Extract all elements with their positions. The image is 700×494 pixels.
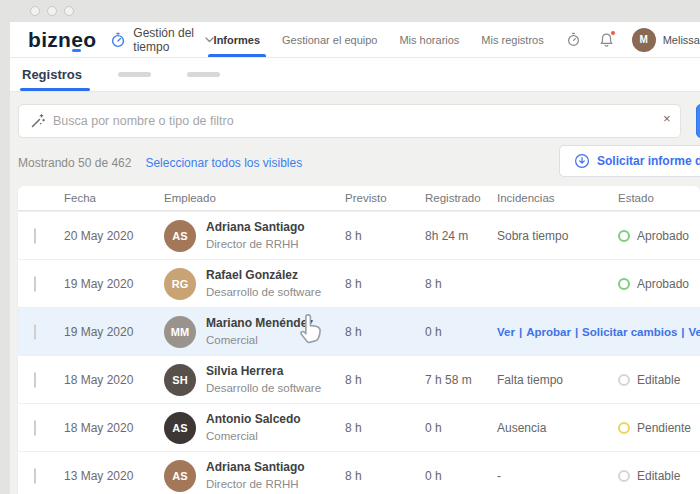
action-ver[interactable]: Ver bbox=[497, 326, 515, 338]
cell-employee: MM Mariano MenéndezComercial bbox=[164, 316, 337, 348]
nav-item-mis-registros[interactable]: Mis registros bbox=[481, 22, 543, 57]
cell-incident: Falta tiempo bbox=[489, 373, 610, 387]
employee-name: Antonio Salcedo bbox=[206, 412, 301, 426]
cell-planned: 8 h bbox=[337, 277, 417, 291]
status-dot-pending bbox=[618, 422, 630, 434]
employee-name: Adriana Santiago bbox=[206, 220, 305, 234]
column-header-empleado[interactable]: Empleado bbox=[164, 192, 337, 204]
action-ver-registros[interactable]: Ver registros bbox=[689, 326, 700, 338]
row-checkbox[interactable] bbox=[34, 324, 36, 340]
action-solicitar-cambios[interactable]: Solicitar cambios bbox=[582, 326, 677, 338]
search-input[interactable] bbox=[18, 104, 681, 138]
nav-item-informes[interactable]: Informes bbox=[214, 22, 260, 57]
select-all-link[interactable]: Seleccionar todos los visibles bbox=[145, 156, 302, 170]
cell-row-actions: Ver|Aprobar|Solicitar cambios|Ver regist… bbox=[489, 326, 700, 338]
cell-date: 13 May 2020 bbox=[64, 469, 164, 483]
cell-status: Aprobado bbox=[610, 229, 700, 243]
column-header-registrado[interactable]: Registrado bbox=[417, 192, 489, 204]
action-separator: | bbox=[681, 326, 684, 338]
report-button-label: Solicitar informe de tiempos bbox=[597, 154, 700, 168]
cell-recorded: 7 h 58 m bbox=[417, 373, 489, 387]
cell-employee: RG Rafael GonzálezDesarrollo de software bbox=[164, 268, 337, 300]
active-nav-underline bbox=[208, 54, 266, 57]
time-clock-icon[interactable] bbox=[566, 32, 581, 47]
cell-status: Pendiente bbox=[610, 421, 700, 435]
cell-date: 19 May 2020 bbox=[64, 325, 164, 339]
bizneo-logo[interactable]: bizneo bbox=[28, 29, 96, 50]
employee-name: Adriana Santiago bbox=[206, 460, 305, 474]
user-avatar[interactable]: M bbox=[632, 28, 656, 52]
cell-recorded: 0 h bbox=[417, 469, 489, 483]
employee-name: Rafael González bbox=[206, 268, 321, 282]
stopwatch-icon bbox=[110, 32, 126, 48]
row-checkbox[interactable] bbox=[34, 276, 36, 292]
row-checkbox[interactable] bbox=[34, 372, 36, 388]
employee-role: Desarrollo de software bbox=[206, 382, 321, 394]
cell-employee: AS Adriana SantiagoDirector de RRHH bbox=[164, 220, 337, 252]
records-table: Fecha Empleado Previsto Registrado Incid… bbox=[18, 186, 700, 494]
chevron-down-icon bbox=[205, 37, 214, 43]
app-switcher[interactable]: Gestión del tiempo bbox=[110, 26, 213, 54]
table-row[interactable]: 13 May 2020 AS Adriana SantiagoDirector … bbox=[18, 451, 700, 494]
window-control-minimize[interactable] bbox=[47, 6, 57, 16]
table-row[interactable]: 18 May 2020 SH Silvia HerreraDesarrollo … bbox=[18, 355, 700, 403]
clear-search-icon[interactable]: × bbox=[663, 112, 671, 125]
tab-registros[interactable]: Registros bbox=[22, 58, 82, 91]
filter-wand-icon bbox=[30, 113, 46, 133]
status-label: Pendiente bbox=[637, 421, 691, 435]
nav-item-label: Gestionar el equipo bbox=[282, 34, 377, 46]
cell-status: Aprobado bbox=[610, 277, 700, 291]
table-row-hovered[interactable]: 19 May 2020 MM Mariano MenéndezComercial… bbox=[18, 307, 700, 355]
request-time-report-button[interactable]: Solicitar informe de tiempos bbox=[559, 145, 700, 177]
employee-role: Comercial bbox=[206, 430, 258, 442]
app-page: bizneo Gestión del tiempo Informes Gesti… bbox=[10, 22, 700, 494]
table-row[interactable]: 20 May 2020 AS Adriana SantiagoDirector … bbox=[18, 211, 700, 259]
logo-accent bbox=[72, 49, 81, 52]
column-header-previsto[interactable]: Previsto bbox=[337, 192, 417, 204]
cell-status: Editable bbox=[610, 373, 700, 387]
favorite-filter-button[interactable] bbox=[696, 104, 700, 138]
cell-incident: - bbox=[489, 469, 610, 483]
list-toolbar: Mostrando 50 de 462 Seleccionar todos lo… bbox=[18, 147, 700, 179]
status-dot-approved bbox=[618, 278, 630, 290]
row-checkbox[interactable] bbox=[34, 468, 36, 484]
window-control-maximize[interactable] bbox=[64, 6, 74, 16]
notification-badge bbox=[610, 30, 616, 36]
row-checkbox[interactable] bbox=[34, 228, 36, 244]
row-checkbox[interactable] bbox=[34, 420, 36, 436]
section-tabbar: Registros bbox=[10, 58, 700, 92]
action-separator: | bbox=[519, 326, 522, 338]
action-separator: | bbox=[575, 326, 578, 338]
table-row[interactable]: 18 May 2020 AS Antonio SalcedoComercial … bbox=[18, 403, 700, 451]
cell-planned: 8 h bbox=[337, 325, 417, 339]
employee-avatar: AS bbox=[164, 460, 196, 492]
tab-skeleton-placeholder bbox=[118, 72, 151, 77]
column-header-estado[interactable]: Estado bbox=[610, 192, 700, 204]
status-dot-approved bbox=[618, 230, 630, 242]
tab-skeleton-placeholder bbox=[187, 72, 220, 77]
window-control-close[interactable] bbox=[30, 6, 40, 16]
employee-avatar: RG bbox=[164, 268, 196, 300]
nav-item-label: Mis registros bbox=[481, 34, 543, 46]
cell-planned: 8 h bbox=[337, 229, 417, 243]
status-label: Aprobado bbox=[637, 229, 689, 243]
nav-item-mis-horarios[interactable]: Mis horarios bbox=[399, 22, 459, 57]
action-aprobar[interactable]: Aprobar bbox=[526, 326, 571, 338]
cell-employee: AS Antonio SalcedoComercial bbox=[164, 412, 337, 444]
notifications-bell-icon[interactable] bbox=[599, 32, 614, 48]
cell-date: 18 May 2020 bbox=[64, 421, 164, 435]
table-row[interactable]: 19 May 2020 RG Rafael GonzálezDesarrollo… bbox=[18, 259, 700, 307]
column-header-incidencias[interactable]: Incidencias bbox=[489, 192, 610, 204]
download-report-icon bbox=[574, 153, 590, 169]
employee-role: Desarrollo de software bbox=[206, 286, 321, 298]
employee-name: Mariano Menéndez bbox=[206, 316, 313, 330]
column-header-fecha[interactable]: Fecha bbox=[64, 192, 164, 204]
cell-recorded: 8h 24 m bbox=[417, 229, 489, 243]
cell-date: 20 May 2020 bbox=[64, 229, 164, 243]
cell-incident: Ausencia bbox=[489, 421, 610, 435]
window-titlebar bbox=[0, 0, 700, 22]
employee-role: Director de RRHH bbox=[206, 478, 299, 490]
nav-item-gestionar-el-equipo[interactable]: Gestionar el equipo bbox=[282, 22, 377, 57]
main-nav: Informes Gestionar el equipo Mis horario… bbox=[214, 22, 700, 57]
active-tab-underline bbox=[20, 88, 90, 91]
